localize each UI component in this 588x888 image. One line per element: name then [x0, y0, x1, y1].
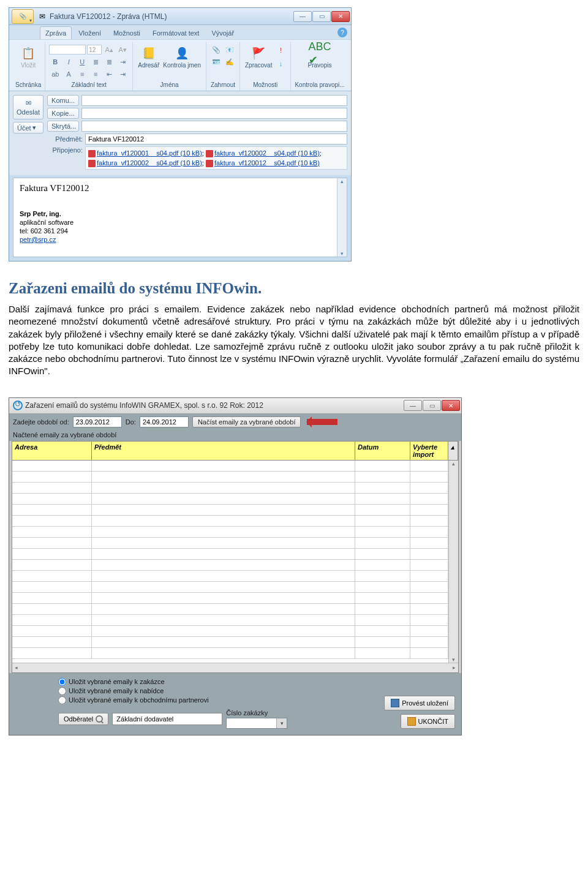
- align-left-icon[interactable]: ≡: [76, 68, 88, 80]
- signature-icon[interactable]: ✍: [224, 56, 236, 68]
- tab-developer[interactable]: Vývojář: [206, 26, 239, 39]
- message-body[interactable]: Faktura VF120012 Srp Petr, ing. aplikačn…: [13, 178, 347, 257]
- bold-icon[interactable]: B: [49, 56, 61, 68]
- attachment-link[interactable]: faktura_vf120012__s04.pdf (10 kB): [214, 159, 320, 167]
- outdent-icon[interactable]: ⇤: [103, 68, 115, 80]
- bullets-icon[interactable]: ≣: [89, 56, 102, 68]
- low-importance-icon[interactable]: ↓: [274, 58, 287, 70]
- to-button[interactable]: Komu...: [47, 95, 79, 106]
- grid-row[interactable]: [12, 648, 458, 659]
- spelling-icon: ABC✔: [311, 45, 328, 62]
- partner-lookup-button[interactable]: Odběratel: [58, 713, 108, 725]
- office-button[interactable]: 📎: [12, 9, 34, 24]
- radio-partner-input[interactable]: [58, 696, 66, 704]
- grid-row[interactable]: [12, 582, 458, 593]
- tab-format[interactable]: Formátovat text: [147, 26, 205, 39]
- grid-row[interactable]: [12, 527, 458, 538]
- follow-up-button[interactable]: 🚩 Zpracovat: [244, 43, 273, 70]
- body-scrollbar[interactable]: [337, 178, 347, 257]
- check-names-button[interactable]: 👤 Kontrola jmen: [162, 43, 202, 70]
- radio-zakazka[interactable]: Uložit vybrané emaily k zakázce: [58, 678, 455, 686]
- grid-row[interactable]: [12, 593, 458, 604]
- maximize-button[interactable]: ▭: [312, 11, 331, 22]
- spelling-button[interactable]: ABC✔ Pravopis: [295, 43, 344, 70]
- grid-row[interactable]: [12, 538, 458, 549]
- attachment-link[interactable]: faktura_vf120002__s04.pdf (10 kB): [214, 149, 320, 157]
- send-button[interactable]: ✉ Odeslat: [13, 95, 43, 119]
- grid-row[interactable]: [12, 604, 458, 615]
- period-from-input[interactable]: [73, 416, 122, 427]
- grid-row[interactable]: [12, 494, 458, 505]
- grid-vscrollbar[interactable]: [448, 461, 458, 663]
- col-address[interactable]: Adresa: [12, 442, 92, 460]
- minimize-button[interactable]: —: [293, 11, 312, 22]
- address-book-button[interactable]: 📒 Adresář: [137, 43, 160, 70]
- paste-button[interactable]: 📋 Vložit: [15, 43, 41, 70]
- exit-button[interactable]: UKONČIT: [401, 714, 456, 729]
- grid-body[interactable]: [12, 461, 458, 663]
- help-icon[interactable]: ?: [337, 28, 347, 37]
- order-number-select[interactable]: [226, 718, 287, 729]
- close-button[interactable]: ✕: [331, 11, 350, 22]
- tab-message[interactable]: Zpráva: [40, 26, 72, 39]
- shrink-font-icon[interactable]: A▾: [116, 43, 129, 56]
- italic-icon[interactable]: I: [62, 56, 75, 68]
- attachment-link[interactable]: faktura_vf120001__s04.pdf (10 kB): [97, 149, 202, 157]
- col-import[interactable]: Vyberte import: [410, 442, 448, 460]
- grid-row[interactable]: [12, 483, 458, 494]
- grid-hscrollbar[interactable]: [12, 663, 458, 672]
- col-date[interactable]: Datum: [355, 442, 410, 460]
- save-button[interactable]: Provést uložení: [384, 696, 455, 710]
- subject-field[interactable]: [85, 134, 347, 145]
- ribbon-group-options: 🚩 Zpracovat ! ↓ Možnosti: [240, 42, 291, 91]
- iw-minimize-button[interactable]: —: [404, 400, 422, 411]
- grid-row[interactable]: [12, 461, 458, 472]
- indent-right-icon[interactable]: ⇥: [116, 68, 129, 80]
- bcc-button[interactable]: Skrytá...: [47, 121, 79, 132]
- to-field[interactable]: [81, 95, 347, 106]
- grow-font-icon[interactable]: A▴: [103, 43, 115, 56]
- load-emails-button[interactable]: Načíst emaily za vybrané období: [192, 416, 301, 427]
- highlight-icon[interactable]: ab: [49, 68, 61, 80]
- high-importance-icon[interactable]: !: [274, 44, 287, 56]
- attach-file-icon[interactable]: 📎: [210, 43, 222, 56]
- grid-row[interactable]: [12, 637, 458, 648]
- period-to-input[interactable]: [140, 416, 189, 427]
- business-card-icon[interactable]: 🪪: [210, 56, 222, 68]
- paste-label: Vložit: [21, 62, 36, 69]
- font-color-icon[interactable]: A: [62, 68, 75, 80]
- iw-close-button[interactable]: ✕: [442, 400, 460, 411]
- align-center-icon[interactable]: ≡: [89, 68, 102, 80]
- grid-row[interactable]: [12, 560, 458, 571]
- indent-icon[interactable]: ⇥: [116, 56, 129, 68]
- radio-zakazka-input[interactable]: [58, 678, 66, 686]
- grid-row[interactable]: [12, 505, 458, 516]
- underline-icon[interactable]: U: [76, 56, 88, 68]
- infowin-titlebar[interactable]: Zařazení emailů do systému InfoWIN GRAME…: [9, 398, 461, 414]
- grid-row[interactable]: [12, 472, 458, 483]
- col-subject[interactable]: Předmět: [92, 442, 355, 460]
- iw-maximize-button[interactable]: ▭: [423, 400, 441, 411]
- outlook-titlebar[interactable]: 📎 ✉ Faktura VF120012 - Zpráva (HTML) — ▭…: [9, 8, 351, 25]
- sig-email[interactable]: petr@srp.cz: [20, 236, 56, 243]
- numbering-icon[interactable]: ≣: [103, 56, 115, 68]
- cc-field[interactable]: [81, 108, 347, 119]
- radio-nabidka[interactable]: Uložit vybrané emaily k nabídce: [58, 687, 455, 695]
- radio-nabidka-input[interactable]: [58, 687, 66, 695]
- font-size-select[interactable]: [87, 45, 102, 55]
- grid-row[interactable]: [12, 571, 458, 582]
- tab-options[interactable]: Možnosti: [108, 26, 146, 39]
- grid-row[interactable]: [12, 516, 458, 527]
- grid-row[interactable]: [12, 549, 458, 560]
- address-book-label: Adresář: [138, 62, 159, 69]
- account-button[interactable]: Účet ▾: [13, 122, 43, 134]
- font-family-select[interactable]: [49, 45, 86, 55]
- attachment-link[interactable]: faktura_vf120002__s04.pdf (10 kB): [97, 159, 202, 167]
- cc-button[interactable]: Kopie...: [47, 108, 79, 119]
- grid-row[interactable]: [12, 626, 458, 637]
- bcc-field[interactable]: [81, 121, 347, 132]
- grid-row[interactable]: [12, 615, 458, 626]
- tab-insert[interactable]: Vložení: [73, 26, 107, 39]
- infowin-window: Zařazení emailů do systému InfoWIN GRAME…: [9, 397, 462, 736]
- attach-item-icon[interactable]: 📧: [224, 43, 236, 56]
